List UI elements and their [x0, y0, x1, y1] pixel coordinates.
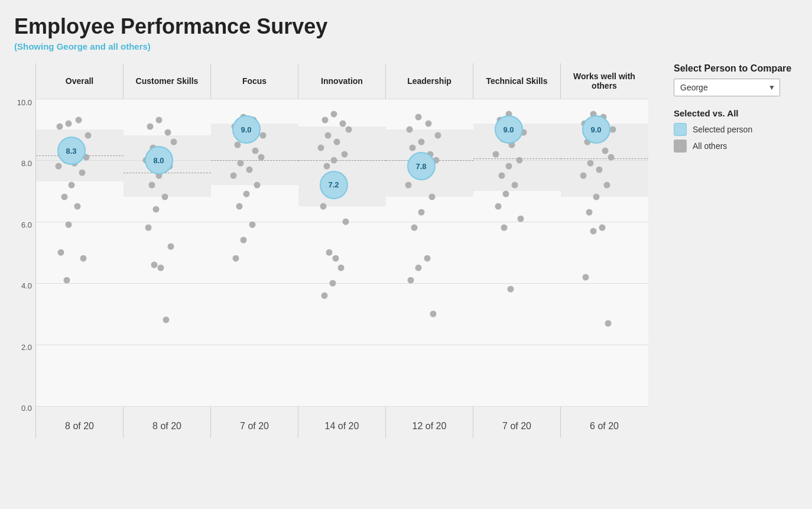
data-dot: [163, 317, 169, 323]
column-innovation: Innovation7.214 of 20: [298, 63, 385, 438]
selected-bubble: 7.2: [320, 171, 348, 199]
data-dot: [246, 166, 252, 173]
data-dot: [590, 228, 596, 234]
data-dot: [516, 157, 522, 164]
legend-others-label: All others: [693, 141, 727, 151]
person-select[interactable]: GeorgeAliceBobCarolDavid: [674, 79, 780, 96]
grid-line: [561, 222, 648, 222]
grid-line: [124, 99, 211, 99]
grid-line: [298, 345, 386, 345]
data-dot: [237, 160, 243, 167]
grid-line: [561, 283, 648, 284]
avg-line: [298, 160, 386, 161]
grid-line: [473, 99, 561, 99]
col-footer: 14 of 20: [325, 414, 359, 438]
data-dot: [323, 163, 330, 170]
data-dot: [339, 120, 346, 127]
data-dot: [424, 255, 430, 262]
data-dot: [330, 111, 337, 118]
grid-line: [386, 283, 473, 284]
y-axis-label: 4.0: [21, 282, 32, 290]
grid-line: [36, 283, 124, 284]
col-plot: 7.8: [386, 99, 473, 406]
data-dot: [341, 151, 347, 157]
grid-line: [124, 222, 211, 222]
col-header: Overall: [61, 63, 98, 99]
data-dot: [580, 173, 586, 179]
data-dot: [57, 249, 64, 256]
y-axis-label: 6.0: [21, 221, 32, 229]
data-dot: [55, 163, 61, 170]
data-dot: [596, 166, 602, 173]
data-dot: [252, 148, 258, 154]
avg-line: [561, 158, 648, 159]
grid-line: [473, 283, 561, 284]
col-footer: 7 of 20: [502, 414, 531, 438]
column-works-well-with-others: Works well with others9.06 of 20: [560, 63, 648, 438]
column-technical-skills: Technical Skills9.07 of 20: [473, 63, 560, 438]
col-header: Focus: [238, 63, 271, 99]
data-dot: [415, 114, 421, 121]
data-dot: [232, 255, 239, 262]
data-dot: [324, 132, 331, 139]
grid-line: [386, 99, 473, 99]
data-dot: [337, 265, 344, 271]
data-dot: [151, 261, 157, 268]
col-plot: 8.3: [36, 99, 124, 406]
selected-bubble: 9.0: [232, 115, 261, 144]
data-dot: [259, 132, 266, 139]
data-dot: [609, 127, 616, 133]
col-footer: 8 of 20: [152, 414, 181, 438]
grid-line: [124, 345, 211, 345]
data-dot: [321, 117, 328, 124]
data-dot: [321, 292, 327, 299]
col-header: Leadership: [402, 63, 456, 99]
data-dot: [317, 145, 324, 151]
grid-line: [124, 406, 211, 407]
grid-line: [36, 222, 124, 222]
data-dot: [415, 265, 421, 271]
data-dot: [326, 249, 332, 256]
col-plot: 8.0: [124, 99, 211, 406]
data-dot: [333, 138, 340, 145]
select-wrapper[interactable]: GeorgeAliceBobCarolDavid ▼: [674, 79, 780, 96]
data-dot: [234, 142, 241, 148]
data-dot: [164, 129, 171, 136]
col-header: Innovation: [316, 63, 368, 99]
data-dot: [603, 181, 610, 188]
data-dot: [155, 117, 162, 124]
legend-selected-item: Selected person: [674, 123, 804, 136]
avg-line: [124, 173, 211, 173]
data-dot: [236, 203, 242, 210]
data-dot: [587, 160, 593, 167]
legend-others-item: All others: [674, 140, 804, 153]
y-axis-label: 0.0: [21, 404, 32, 412]
grid-line: [473, 406, 561, 407]
select-label: Select Person to Compare: [674, 63, 804, 74]
data-dot: [411, 225, 417, 231]
data-dot: [407, 277, 414, 283]
grid-line: [386, 222, 473, 222]
grid-line: [36, 99, 124, 99]
data-dot: [418, 209, 424, 216]
grid-line: [386, 345, 473, 345]
column-overall: Overall8.38 of 20: [35, 63, 123, 438]
data-dot: [430, 311, 436, 317]
data-dot: [254, 181, 260, 188]
data-dot: [492, 151, 499, 157]
selected-swatch: [674, 123, 687, 136]
data-dot: [65, 222, 72, 228]
data-dot: [586, 209, 592, 216]
data-dot: [409, 145, 415, 151]
data-dot: [495, 203, 501, 210]
y-axis-label: 8.0: [21, 160, 32, 167]
column-leadership: Leadership7.812 of 20: [385, 63, 473, 438]
data-dot: [329, 280, 336, 287]
data-dot: [85, 132, 91, 139]
data-dot: [582, 274, 589, 280]
data-dot: [517, 215, 524, 222]
others-swatch: [674, 140, 687, 153]
data-dot: [507, 286, 514, 293]
data-dot: [240, 237, 246, 244]
grid-line: [561, 406, 648, 407]
